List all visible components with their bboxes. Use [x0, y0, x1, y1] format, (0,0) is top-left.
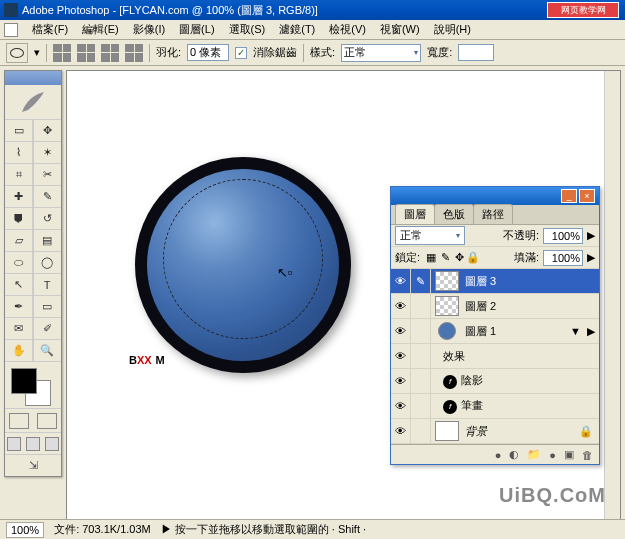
tab-paths[interactable]: 路徑: [473, 204, 513, 224]
visibility-icon[interactable]: 👁: [391, 294, 411, 318]
screen-mode[interactable]: [5, 432, 61, 454]
foreground-color[interactable]: [11, 368, 37, 394]
layer-effect-row[interactable]: 👁 f筆畫: [391, 394, 599, 419]
layer-thumb[interactable]: [438, 322, 456, 340]
pen-tool[interactable]: ✒: [5, 296, 32, 317]
opacity-flyout-icon[interactable]: ▶: [587, 229, 595, 242]
lasso-tool[interactable]: ⌇: [5, 142, 32, 163]
history-brush-tool[interactable]: ↺: [34, 208, 61, 229]
blend-mode-select[interactable]: 正常▾: [395, 226, 465, 245]
tab-layers[interactable]: 圖層: [395, 204, 435, 224]
gradient-tool[interactable]: ▤: [34, 230, 61, 251]
layer-name[interactable]: 圖層 1: [463, 324, 570, 339]
effect-name[interactable]: f陰影: [431, 373, 599, 389]
brush-tool[interactable]: ✎: [34, 186, 61, 207]
layer-thumb[interactable]: [435, 271, 459, 291]
folder-button-icon[interactable]: 📁: [527, 448, 541, 461]
visibility-icon[interactable]: 👁: [391, 419, 411, 443]
link-icon[interactable]: [411, 294, 431, 318]
eraser-tool[interactable]: ▱: [5, 230, 32, 251]
selection-mode-int[interactable]: [125, 44, 143, 62]
fx-button-icon[interactable]: ●: [495, 449, 502, 461]
style-select[interactable]: 正常▾: [341, 44, 421, 62]
mask-button-icon[interactable]: ◐: [509, 448, 519, 461]
eyedropper-tool[interactable]: ✐: [34, 318, 61, 339]
doc-icon[interactable]: [4, 23, 18, 37]
mask-mode[interactable]: [5, 408, 61, 432]
layer-effects-row[interactable]: 👁 效果: [391, 344, 599, 369]
opacity-input[interactable]: 100%: [543, 228, 583, 244]
notes-tool[interactable]: ✉: [5, 318, 32, 339]
menu-help[interactable]: 說明(H): [428, 20, 477, 39]
layer-row[interactable]: 👁 圖層 2: [391, 294, 599, 319]
link-icon[interactable]: [411, 419, 431, 443]
scrollbar-vertical[interactable]: [604, 71, 620, 523]
layer-effect-row[interactable]: 👁 f陰影: [391, 369, 599, 394]
width-input[interactable]: [458, 44, 494, 61]
antialias-checkbox[interactable]: ✓: [235, 47, 247, 59]
panel-titlebar[interactable]: _ ×: [391, 187, 599, 205]
slice-tool[interactable]: ✂: [34, 164, 61, 185]
fx-collapse-icon[interactable]: ▼: [570, 325, 581, 337]
layer-row[interactable]: 👁 圖層 1 ▼ ▶: [391, 319, 599, 344]
fill-input[interactable]: 100%: [543, 250, 583, 266]
tab-channels[interactable]: 色版: [434, 204, 474, 224]
visibility-icon[interactable]: 👁: [391, 369, 411, 393]
visibility-icon[interactable]: 👁: [391, 319, 411, 343]
selection-mode-new[interactable]: [53, 44, 71, 62]
edit-icon[interactable]: ✎: [411, 269, 431, 293]
color-swatch[interactable]: [5, 362, 61, 408]
type-tool[interactable]: T: [34, 274, 61, 295]
layer-row[interactable]: 👁 ✎ 圖層 3: [391, 269, 599, 294]
marquee-tool[interactable]: ▭: [5, 120, 32, 141]
trash-icon[interactable]: 🗑: [582, 449, 593, 461]
jump-to-icon[interactable]: ⇲: [5, 454, 61, 476]
adjust-button-icon[interactable]: ●: [549, 449, 556, 461]
toolbox-titlebar[interactable]: [5, 71, 61, 85]
stamp-tool[interactable]: ⛊: [5, 208, 32, 229]
lock-buttons[interactable]: ▦✎✥🔒: [424, 251, 480, 265]
minimize-icon[interactable]: _: [561, 189, 577, 203]
shape-tool[interactable]: ▭: [34, 296, 61, 317]
menu-window[interactable]: 視窗(W): [374, 20, 426, 39]
layer-name[interactable]: 圖層 2: [463, 299, 599, 314]
selection-mode-sub[interactable]: [101, 44, 119, 62]
current-tool-icon[interactable]: [6, 43, 28, 63]
menu-view[interactable]: 檢視(V): [323, 20, 372, 39]
close-icon[interactable]: ×: [579, 189, 595, 203]
link-icon[interactable]: [411, 319, 431, 343]
crop-tool[interactable]: ⌗: [5, 164, 32, 185]
dodge-tool[interactable]: ◯: [34, 252, 61, 273]
layer-thumb[interactable]: [435, 421, 459, 441]
zoom-tool[interactable]: 🔍: [34, 340, 61, 361]
new-layer-icon[interactable]: ▣: [564, 448, 574, 461]
menu-image[interactable]: 影像(I): [127, 20, 171, 39]
heal-tool[interactable]: ✚: [5, 186, 32, 207]
zoom-display[interactable]: 100%: [6, 522, 44, 538]
menu-layer[interactable]: 圖層(L): [173, 20, 220, 39]
layer-name[interactable]: 背景: [463, 424, 579, 439]
visibility-icon[interactable]: 👁: [391, 269, 411, 293]
blur-tool[interactable]: ⬭: [5, 252, 32, 273]
menu-select[interactable]: 選取(S): [223, 20, 272, 39]
fx-flyout-icon[interactable]: ▶: [587, 325, 595, 338]
menu-filter[interactable]: 濾鏡(T): [273, 20, 321, 39]
selection-mode-add[interactable]: [77, 44, 95, 62]
menu-edit[interactable]: 編輯(E): [76, 20, 125, 39]
wand-tool[interactable]: ✶: [34, 142, 61, 163]
hand-tool[interactable]: ✋: [5, 340, 32, 361]
fill-flyout-icon[interactable]: ▶: [587, 251, 595, 264]
visibility-icon[interactable]: 👁: [391, 344, 411, 368]
docsize-display: 文件: 703.1K/1.03M: [54, 522, 151, 537]
layer-name[interactable]: 圖層 3: [463, 274, 599, 289]
path-tool[interactable]: ↖: [5, 274, 32, 295]
chevron-down-icon[interactable]: ▾: [34, 46, 40, 59]
layer-thumb[interactable]: [435, 296, 459, 316]
menu-file[interactable]: 檔案(F): [26, 20, 74, 39]
visibility-icon[interactable]: 👁: [391, 394, 411, 418]
effect-name[interactable]: f筆畫: [431, 398, 599, 414]
layer-row[interactable]: 👁 背景 🔒: [391, 419, 599, 444]
feather-input[interactable]: [187, 44, 229, 61]
move-tool[interactable]: ✥: [34, 120, 61, 141]
fill-label: 填滿:: [514, 250, 539, 265]
